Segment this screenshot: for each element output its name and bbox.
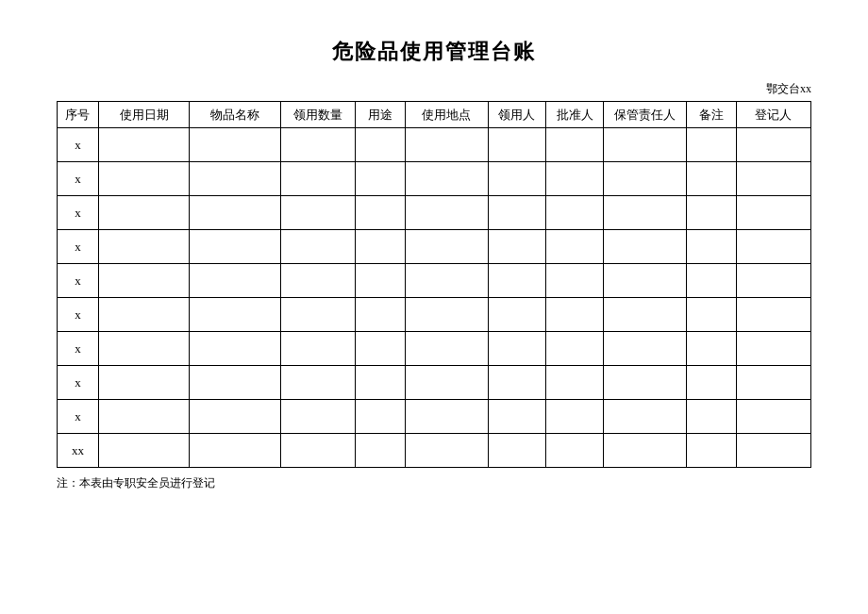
page-title: 危险品使用管理台账	[57, 38, 811, 66]
cell-use-7	[356, 366, 406, 400]
cell-place-8	[405, 400, 488, 434]
table-row: x	[58, 162, 811, 196]
cell-date-3	[98, 230, 190, 264]
table-row: x	[58, 264, 811, 298]
cell-appr-2	[545, 196, 603, 230]
main-table: 序号 使用日期 物品名称 领用数量 用途 使用地点 领用人 批准人 保管责任人 …	[57, 101, 811, 468]
cell-keeper-3	[604, 230, 687, 264]
cell-place-1	[405, 162, 488, 196]
cell-name-7	[190, 366, 281, 400]
subtitle-label: 鄂交台xx	[766, 81, 811, 97]
cell-note-9	[687, 434, 737, 468]
cell-keeper-4	[604, 264, 687, 298]
cell-name-1	[190, 162, 281, 196]
cell-date-2	[98, 196, 190, 230]
cell-appr-5	[545, 298, 603, 332]
cell-recv-7	[488, 366, 545, 400]
cell-date-1	[98, 162, 190, 196]
cell-keeper-2	[604, 196, 687, 230]
cell-name-9	[190, 434, 281, 468]
cell-note-5	[687, 298, 737, 332]
cell-date-8	[98, 400, 190, 434]
cell-recv-3	[488, 230, 545, 264]
cell-reg-4	[736, 264, 810, 298]
cell-reg-3	[736, 230, 810, 264]
cell-keeper-0	[604, 128, 687, 162]
cell-qty-0	[281, 128, 356, 162]
cell-keeper-1	[604, 162, 687, 196]
cell-seq-9: xx	[58, 434, 99, 468]
table-row: x	[58, 332, 811, 366]
cell-appr-7	[545, 366, 603, 400]
cell-appr-1	[545, 162, 603, 196]
cell-seq-7: x	[58, 366, 99, 400]
cell-use-8	[356, 400, 406, 434]
cell-place-5	[405, 298, 488, 332]
cell-recv-8	[488, 400, 545, 434]
cell-date-5	[98, 298, 190, 332]
cell-keeper-9	[604, 434, 687, 468]
cell-place-0	[405, 128, 488, 162]
cell-appr-3	[545, 230, 603, 264]
cell-appr-0	[545, 128, 603, 162]
cell-reg-8	[736, 400, 810, 434]
cell-seq-8: x	[58, 400, 99, 434]
col-header-recv: 领用人	[488, 102, 545, 128]
cell-date-0	[98, 128, 190, 162]
cell-seq-4: x	[58, 264, 99, 298]
cell-date-4	[98, 264, 190, 298]
cell-place-2	[405, 196, 488, 230]
table-row: x	[58, 196, 811, 230]
cell-place-4	[405, 264, 488, 298]
cell-note-8	[687, 400, 737, 434]
cell-reg-6	[736, 332, 810, 366]
cell-keeper-6	[604, 332, 687, 366]
cell-seq-3: x	[58, 230, 99, 264]
cell-keeper-7	[604, 366, 687, 400]
cell-reg-0	[736, 128, 810, 162]
cell-recv-6	[488, 332, 545, 366]
col-header-appr: 批准人	[545, 102, 603, 128]
cell-qty-5	[281, 298, 356, 332]
table-row: x	[58, 400, 811, 434]
col-header-use: 用途	[356, 102, 406, 128]
cell-note-6	[687, 332, 737, 366]
cell-place-7	[405, 366, 488, 400]
cell-appr-6	[545, 332, 603, 366]
cell-qty-7	[281, 366, 356, 400]
cell-place-6	[405, 332, 488, 366]
footer-note: 注：本表由专职安全员进行登记	[57, 475, 811, 491]
cell-place-9	[405, 434, 488, 468]
cell-date-7	[98, 366, 190, 400]
cell-qty-9	[281, 434, 356, 468]
col-header-note: 备注	[687, 102, 737, 128]
cell-recv-1	[488, 162, 545, 196]
col-header-date: 使用日期	[98, 102, 190, 128]
cell-name-4	[190, 264, 281, 298]
cell-name-5	[190, 298, 281, 332]
cell-recv-4	[488, 264, 545, 298]
cell-recv-0	[488, 128, 545, 162]
cell-note-4	[687, 264, 737, 298]
cell-use-2	[356, 196, 406, 230]
cell-name-3	[190, 230, 281, 264]
cell-name-0	[190, 128, 281, 162]
cell-qty-4	[281, 264, 356, 298]
cell-qty-6	[281, 332, 356, 366]
cell-date-6	[98, 332, 190, 366]
cell-note-7	[687, 366, 737, 400]
table-row: x	[58, 298, 811, 332]
cell-seq-1: x	[58, 162, 99, 196]
cell-keeper-5	[604, 298, 687, 332]
cell-use-0	[356, 128, 406, 162]
cell-name-6	[190, 332, 281, 366]
table-row: xx	[58, 434, 811, 468]
cell-appr-8	[545, 400, 603, 434]
cell-reg-2	[736, 196, 810, 230]
cell-note-0	[687, 128, 737, 162]
cell-use-6	[356, 332, 406, 366]
table-row: x	[58, 230, 811, 264]
col-header-qty: 领用数量	[281, 102, 356, 128]
cell-qty-3	[281, 230, 356, 264]
col-header-keeper: 保管责任人	[604, 102, 687, 128]
